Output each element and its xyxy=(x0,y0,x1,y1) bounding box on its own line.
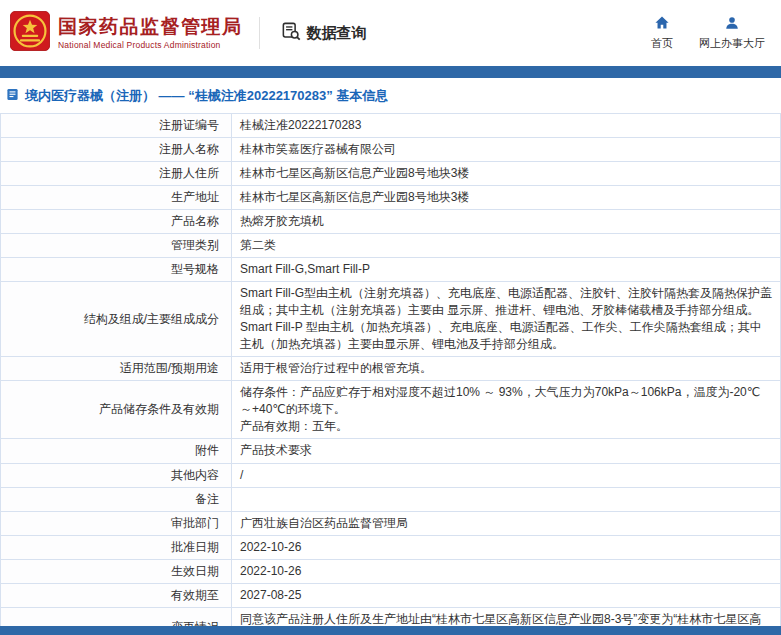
table-row: 注册证编号 桂械注准20222170283 xyxy=(1,114,781,138)
nav-service-hall-label: 网上办事大厅 xyxy=(699,36,765,51)
national-emblem-icon xyxy=(10,11,50,55)
header-band xyxy=(0,66,781,78)
row-value: 适用于根管治疗过程中的根管充填。 xyxy=(232,357,781,381)
row-value: Smart Fill-G型由主机（注射充填器）、充电底座、电源适配器、注胶针、注… xyxy=(232,282,781,357)
row-value: 2027-08-25 xyxy=(232,583,781,607)
page-title-text: 境内医疗器械（注册） —— “桂械注准20222170283” 基本信息 xyxy=(25,87,388,105)
table-row: 产品储存条件及有效期 储存条件：产品应贮存于相对湿度不超过10% ～ 93%，大… xyxy=(1,381,781,439)
row-value: 产品技术要求 xyxy=(232,439,781,463)
row-label: 有效期至 xyxy=(1,583,232,607)
row-value: 桂械注准20222170283 xyxy=(232,114,781,138)
row-value: / xyxy=(232,463,781,487)
table-row: 型号规格 Smart Fill-G,Smart Fill-P xyxy=(1,258,781,282)
table-row: 产品名称 热熔牙胶充填机 xyxy=(1,210,781,234)
site-header: 国家药品监督管理局 National Medical Products Admi… xyxy=(0,0,781,66)
data-query-label: 数据查询 xyxy=(307,24,367,43)
row-value: 桂林市七星区高新区信息产业园8号地块3楼 xyxy=(232,162,781,186)
nav-home-label: 首页 xyxy=(651,36,673,51)
table-row: 生效日期 2022-10-26 xyxy=(1,559,781,583)
table-row: 结构及组成/主要组成成分 Smart Fill-G型由主机（注射充填器）、充电底… xyxy=(1,282,781,357)
nav-service-hall[interactable]: 网上办事大厅 xyxy=(699,15,765,51)
row-label: 注册人名称 xyxy=(1,138,232,162)
nav-data-query[interactable]: 数据查询 xyxy=(282,22,367,44)
info-table: 注册证编号 桂械注准20222170283 注册人名称 桂林市笑嘉医疗器械有限公… xyxy=(0,113,781,635)
row-label: 型号规格 xyxy=(1,258,232,282)
row-label: 结构及组成/主要组成成分 xyxy=(1,282,232,357)
agency-name-cn: 国家药品监督管理局 xyxy=(58,16,243,38)
row-label: 其他内容 xyxy=(1,463,232,487)
row-label: 适用范围/预期用途 xyxy=(1,357,232,381)
row-value: 热熔牙胶充填机 xyxy=(232,210,781,234)
row-value: 2022-10-26 xyxy=(232,559,781,583)
row-label: 生产地址 xyxy=(1,186,232,210)
table-row: 有效期至 2027-08-25 xyxy=(1,583,781,607)
row-label: 附件 xyxy=(1,439,232,463)
agency-name-en: National Medical Products Administration xyxy=(58,40,243,50)
table-row: 审批部门 广西壮族自治区药品监督管理局 xyxy=(1,511,781,535)
row-label: 生效日期 xyxy=(1,559,232,583)
brand-logo[interactable]: 国家药品监督管理局 National Medical Products Admi… xyxy=(10,11,243,55)
table-row: 其他内容 / xyxy=(1,463,781,487)
row-label: 审批部门 xyxy=(1,511,232,535)
table-row: 附件 产品技术要求 xyxy=(1,439,781,463)
table-row: 注册人住所 桂林市七星区高新区信息产业园8号地块3楼 xyxy=(1,162,781,186)
document-icon xyxy=(6,88,19,104)
row-value: 桂林市七星区高新区信息产业园8号地块3楼 xyxy=(232,186,781,210)
nav-home[interactable]: 首页 xyxy=(651,15,673,51)
row-label: 产品名称 xyxy=(1,210,232,234)
row-value: Smart Fill-G,Smart Fill-P xyxy=(232,258,781,282)
row-value: 桂林市笑嘉医疗器械有限公司 xyxy=(232,138,781,162)
data-query-icon xyxy=(282,22,301,44)
header-divider xyxy=(259,17,260,49)
table-row: 批准日期 2022-10-26 xyxy=(1,535,781,559)
table-row: 适用范围/预期用途 适用于根管治疗过程中的根管充填。 xyxy=(1,357,781,381)
table-row: 管理类别 第二类 xyxy=(1,234,781,258)
row-label: 注册人住所 xyxy=(1,162,232,186)
user-icon xyxy=(724,15,740,33)
row-label: 备注 xyxy=(1,487,232,511)
row-label: 管理类别 xyxy=(1,234,232,258)
brand-text: 国家药品监督管理局 National Medical Products Admi… xyxy=(58,16,243,51)
page-title: 境内医疗器械（注册） —— “桂械注准20222170283” 基本信息 xyxy=(0,78,781,113)
table-row: 注册人名称 桂林市笑嘉医疗器械有限公司 xyxy=(1,138,781,162)
row-label: 产品储存条件及有效期 xyxy=(1,381,232,439)
table-row: 备注 xyxy=(1,487,781,511)
footer-band xyxy=(0,626,781,635)
page: 国家药品监督管理局 National Medical Products Admi… xyxy=(0,0,781,635)
header-right-nav: 首页 网上办事大厅 xyxy=(651,15,765,51)
row-value: 储存条件：产品应贮存于相对湿度不超过10% ～ 93%，大气压力为70kPa～1… xyxy=(232,381,781,439)
row-value: 第二类 xyxy=(232,234,781,258)
row-value: 广西壮族自治区药品监督管理局 xyxy=(232,511,781,535)
row-label: 注册证编号 xyxy=(1,114,232,138)
row-label: 批准日期 xyxy=(1,535,232,559)
home-icon xyxy=(654,15,670,33)
row-value: 2022-10-26 xyxy=(232,535,781,559)
row-value xyxy=(232,487,781,511)
table-row: 生产地址 桂林市七星区高新区信息产业园8号地块3楼 xyxy=(1,186,781,210)
